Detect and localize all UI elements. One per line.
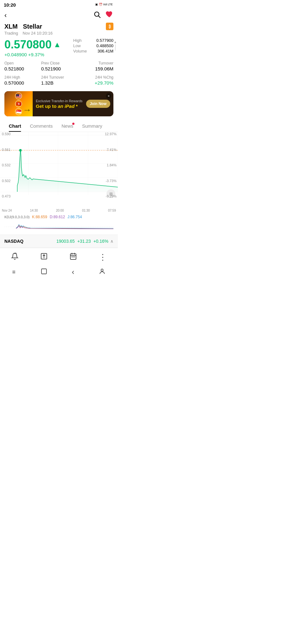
tabs-bar: Chart Comments News Summary — [0, 119, 118, 132]
banner-line2-end: * — [76, 103, 78, 109]
coin-name: Stellar — [23, 23, 42, 30]
more-icon: ⋮ — [99, 253, 107, 261]
chart-expand-button[interactable]: ⊞ — [106, 189, 115, 198]
calendar-icon — [69, 253, 77, 262]
low-label: Low — [73, 43, 88, 48]
nasdaq-bar[interactable]: NASDAQ 19003.65 +31.23 +0.16% ∧ — [0, 235, 118, 248]
tab-news[interactable]: News — [57, 121, 78, 132]
turnover24-label: 24H Turnover — [41, 75, 77, 80]
favorite-icon[interactable] — [105, 11, 113, 20]
more-button[interactable]: ⋮ — [94, 252, 112, 263]
nasdaq-change: +31.23 — [77, 239, 91, 244]
chart-container: 0.590 0.561 0.532 0.502 0.473 12.97% 7.4… — [0, 132, 118, 214]
android-menu-icon[interactable]: ≡ — [12, 269, 16, 275]
android-back-icon[interactable]: ‹ — [72, 268, 74, 276]
flag-my: 🇲🇾 — [15, 92, 22, 99]
nasdaq-price: 19003.65 — [57, 239, 75, 244]
status-time: 10:20 — [4, 2, 16, 8]
chg24-label: 24H %Chg — [78, 75, 113, 80]
banner-line2-start: Get up to — [36, 103, 58, 109]
chart-x-axis: Nov 24 14:30 20:00 01:30 07:59 — [0, 208, 118, 214]
alert-button[interactable] — [6, 251, 24, 263]
coin-title-section: XLM Stellar ₿ Trading Nov 24 10:20:16 — [0, 23, 118, 36]
svg-text:▣ ⏰ Vol LTE: ▣ ⏰ Vol LTE — [95, 3, 113, 6]
current-price: 0.570800 ▲ — [4, 38, 61, 51]
share-button[interactable] — [35, 251, 53, 263]
price-change: +0.048900 +9.37% — [4, 52, 61, 57]
status-bar: 10:20 ▣ ⏰ Vol LTE — [0, 0, 118, 9]
back-button[interactable]: ‹ — [4, 11, 7, 19]
stat-chg24: 24H %Chg +29.70% — [78, 75, 113, 86]
price-value: 0.570800 — [4, 38, 52, 51]
stat-high24: 24H High 0.570000 — [4, 75, 40, 86]
nasdaq-pct: +0.16% — [93, 239, 108, 244]
nav-bar: ‹ — [0, 9, 118, 23]
prev-close-value: 0.521900 — [41, 66, 77, 71]
nasdaq-name: NASDAQ — [4, 239, 57, 244]
join-now-button[interactable]: Join Now — [86, 100, 110, 108]
stats-grid: Open 0.521800 Prev Close 0.521900 Turnov… — [0, 60, 118, 89]
tab-comments[interactable]: Comments — [25, 121, 57, 132]
price-section: 0.570800 ▲ +0.048900 +9.37% High 0.57790… — [0, 36, 118, 60]
news-notification-dot — [72, 123, 74, 125]
open-label: Open — [4, 61, 40, 65]
tab-chart[interactable]: Chart — [4, 121, 25, 132]
banner-content: Exclusive Transfer-in Rewards Get up to … — [33, 97, 86, 111]
high-row: High 0.577900 — [73, 38, 113, 43]
kdj-d-value: D:89.612 — [50, 215, 65, 219]
banner-line2: Get up to an iPad * — [36, 103, 83, 109]
android-home-icon[interactable] — [41, 268, 47, 276]
price-arrow-icon: ▲ — [53, 40, 61, 49]
x-label-1: 14:30 — [30, 209, 38, 212]
price-left: 0.570800 ▲ +0.048900 +9.37% — [4, 38, 61, 57]
volume-label: Volume — [73, 49, 88, 53]
kdj-j-value: J:86.754 — [68, 215, 82, 219]
calendar-button[interactable] — [64, 251, 82, 263]
coin-symbol: XLM — [4, 23, 18, 30]
high24-value: 0.570000 — [4, 80, 40, 86]
volume-row: Volume 306.41M — [73, 49, 113, 53]
bitcoin-badge: ₿ — [106, 23, 113, 30]
coin-symbol-name: XLM Stellar — [4, 23, 42, 30]
banner-line1: Exclusive Transfer-in Rewards — [36, 99, 83, 103]
x-label-0: Nov 24 — [2, 209, 12, 212]
prev-close-label: Prev Close — [41, 61, 77, 65]
battery-icon: ▣ ⏰ Vol LTE — [95, 2, 114, 8]
stat-prev-close: Prev Close 0.521900 — [41, 61, 77, 71]
high-value: 0.577900 — [91, 38, 113, 43]
share-icon — [40, 253, 48, 262]
high24-label: 24H High — [4, 75, 40, 80]
svg-point-27 — [101, 269, 103, 271]
chart-svg — [0, 132, 118, 201]
turnover24-value: 1.32B — [41, 80, 77, 86]
banner-close-button[interactable]: × — [106, 93, 112, 99]
open-value: 0.521800 — [4, 66, 40, 71]
kdj-label-row: KDJ(9.0,3.0,3.0) K:88.659 D:89.612 J:86.… — [4, 215, 113, 219]
status-icons: ▣ ⏰ Vol LTE — [95, 2, 114, 8]
stat-turnover24: 24H Turnover 1.32B — [41, 75, 77, 86]
kdj-label: KDJ(9.0,3.0,3.0) — [4, 215, 30, 219]
flag-sg: 🇸🇬 — [15, 108, 22, 115]
svg-rect-26 — [41, 269, 46, 274]
svg-line-2 — [99, 16, 101, 18]
trading-datetime-value: Nov 24 10:20:16 — [23, 31, 52, 36]
bottom-toolbar: ⋮ — [0, 248, 118, 265]
x-label-4: 07:59 — [108, 209, 116, 212]
volume-value: 306.41M — [91, 49, 113, 53]
android-person-icon[interactable] — [99, 268, 106, 276]
low-row: Low 0.488500 — [73, 43, 113, 48]
turnover-value: 159.06M — [78, 66, 113, 71]
stat-open: Open 0.521800 — [4, 61, 40, 71]
chart-wrapper[interactable]: 0.590 0.561 0.532 0.502 0.473 12.97% 7.4… — [0, 132, 118, 208]
scroll-indicator: ▲ — [114, 38, 117, 53]
kdj-k-value: K:88.659 — [32, 215, 47, 219]
search-icon[interactable] — [93, 11, 101, 20]
scroll-up-icon: ▲ — [114, 41, 117, 44]
nasdaq-chevron-icon: ∧ — [110, 239, 113, 244]
banner-line2-highlight: an iPad — [58, 103, 74, 109]
x-label-3: 01:30 — [82, 209, 90, 212]
alert-icon — [11, 253, 19, 262]
trading-label: Trading — [4, 31, 18, 36]
android-nav: ≡ ‹ — [0, 265, 118, 280]
tab-summary[interactable]: Summary — [78, 121, 106, 132]
